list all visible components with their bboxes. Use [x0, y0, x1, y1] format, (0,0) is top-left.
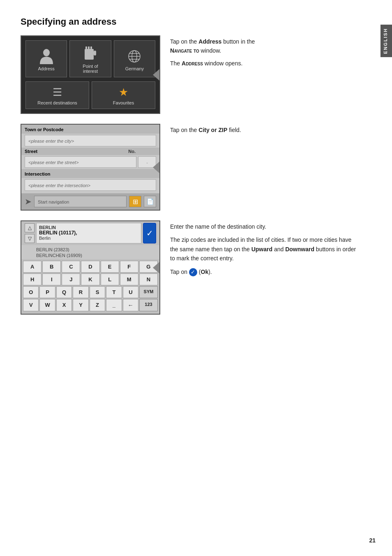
svg-rect-5 [90, 46, 92, 49]
key-Q[interactable]: Q [56, 286, 72, 298]
key-N[interactable]: N [139, 273, 158, 285]
intersection-label: Intersection [25, 171, 50, 176]
key-R[interactable]: R [73, 286, 88, 298]
key-Z[interactable]: Z [90, 299, 105, 311]
section2-description: Tap on the City or ZIP field. [170, 124, 357, 134]
section1-description: Tap on the Address button in the Navigat… [170, 35, 357, 68]
section2: Town or Postcode <please enter the city>… [21, 124, 357, 211]
town-input[interactable]: <please enter the city> [25, 135, 156, 146]
on-screen-keyboard: A B C D E F G H I J K L [21, 259, 159, 314]
key-X[interactable]: X [56, 299, 72, 311]
key-J[interactable]: J [62, 273, 80, 285]
city-selected-sub: Berlin [39, 236, 138, 241]
screenshot-navigate-to: Address [21, 35, 160, 114]
town-label-bg: Town or Postcode [21, 125, 159, 134]
map-icon-button[interactable]: ⊞ [129, 196, 141, 207]
city-down-button[interactable]: ▽ [25, 234, 35, 243]
key-V[interactable]: V [23, 299, 39, 311]
city-list-item-0[interactable]: BERLIN (23823) [36, 247, 156, 253]
section1-desc2-pre: The [170, 60, 182, 67]
keyboard-row-4: V W X Y Z _ ← 123 [23, 299, 158, 311]
key-W[interactable]: W [39, 299, 55, 311]
city-list-item-1[interactable]: BERLINCHEN (16909) [36, 253, 156, 258]
start-nav-button[interactable]: Start navigation [34, 196, 127, 207]
no-label: No. [128, 149, 136, 154]
section1-desc-nav-post: window. [199, 47, 221, 54]
svg-rect-3 [85, 46, 87, 49]
nav-item-poi-label: Point ofinterest [83, 64, 98, 74]
svg-rect-4 [88, 46, 90, 49]
section1-desc2-sc: Address [182, 60, 203, 67]
nav-item-favourites[interactable]: ★ Favourites [92, 81, 155, 109]
key-L[interactable]: L [101, 273, 119, 285]
nav-item-country[interactable]: Germany [114, 40, 155, 77]
start-nav-label: Start navigation [38, 199, 69, 204]
city-ok-button[interactable]: ✓ [143, 223, 156, 243]
svg-rect-2 [94, 51, 96, 56]
keyboard-row-1: A B C D E F G [23, 261, 158, 273]
key-E[interactable]: E [101, 261, 119, 273]
key-S[interactable]: S [90, 286, 105, 298]
keyboard-row-3: O P Q R S T U SYM [23, 286, 158, 298]
key-H[interactable]: H [23, 273, 42, 285]
nav-item-address[interactable]: Address [25, 40, 67, 77]
section3: △ ▽ BERLIN BERLIN (10117), Berlin ✓ BERL… [21, 220, 357, 315]
svg-point-0 [43, 49, 50, 56]
screenshot2-arrow [153, 162, 159, 173]
nav-item-favourites-label: Favourites [113, 100, 134, 105]
nav-item-recent-label: Recent destinations [37, 100, 77, 105]
screenshot-address-form: Town or Postcode <please enter the city>… [21, 124, 160, 211]
key-SYM[interactable]: SYM [139, 286, 158, 298]
city-selected-main: BERLIN (10117), [39, 230, 138, 236]
city-selected-display: BERLIN BERLIN (10117), Berlin [36, 223, 141, 243]
key-O[interactable]: O [23, 286, 39, 298]
section1-desc-bold: Address [198, 38, 221, 45]
city-up-button[interactable]: △ [25, 223, 35, 232]
city-list: BERLIN (23823) BERLINCHEN (16909) [21, 245, 159, 259]
key-C[interactable]: C [62, 261, 80, 273]
key-A[interactable]: A [23, 261, 42, 273]
key-M[interactable]: M [120, 273, 138, 285]
key-I[interactable]: I [42, 273, 61, 285]
section3-desc-p1: Enter the name of the destination city. [170, 222, 357, 231]
key-Y[interactable]: Y [73, 299, 88, 311]
street-placeholder: <please enter the street> [28, 160, 78, 165]
street-label-row: Street No. [21, 148, 159, 155]
city-header-text: BERLIN [39, 225, 138, 230]
key-backspace[interactable]: ← [123, 299, 138, 311]
screenshot3-arrow [153, 262, 159, 273]
section1: Address [21, 35, 357, 114]
intersection-label-bg: Intersection [21, 169, 159, 178]
city-nav-buttons: △ ▽ [25, 223, 35, 243]
section3-description: Enter the name of the destination city. … [170, 220, 357, 276]
city-selector: △ ▽ BERLIN BERLIN (10117), Berlin ✓ [21, 221, 159, 245]
nav-item-country-label: Germany [125, 66, 144, 71]
key-B[interactable]: B [42, 261, 61, 273]
svg-rect-1 [85, 49, 94, 60]
key-underscore[interactable]: _ [106, 299, 122, 311]
page-icon-button[interactable]: 📄 [144, 196, 156, 207]
favourites-icon: ★ [119, 86, 128, 99]
intersection-input[interactable]: <please enter the intersection> [25, 179, 156, 191]
no-placeholder: - [146, 160, 148, 165]
section2-desc-bold: City or ZIP [198, 127, 227, 133]
nav-arrow-icon[interactable]: ➤ [25, 197, 32, 206]
key-123[interactable]: 123 [139, 299, 158, 311]
street-label: Street [25, 149, 37, 154]
globe-icon [126, 48, 143, 65]
ok-icon: ✓ [189, 268, 197, 276]
nav-item-recent[interactable]: ☰ Recent destinations [25, 81, 89, 109]
key-P[interactable]: P [39, 286, 55, 298]
key-D[interactable]: D [81, 261, 99, 273]
town-placeholder: <please enter the city> [28, 139, 74, 144]
section2-desc-post: field. [227, 127, 241, 133]
key-T[interactable]: T [106, 286, 122, 298]
section1-desc-post: button in the [221, 38, 255, 45]
street-input[interactable]: <please enter the street> [25, 156, 136, 168]
nav-item-poi[interactable]: Point ofinterest [69, 40, 111, 77]
key-F[interactable]: F [120, 261, 138, 273]
key-K[interactable]: K [81, 273, 99, 285]
section3-desc-p3: Tap on ✓ (Ok). [170, 267, 357, 276]
nav-grid-bottom: ☰ Recent destinations ★ Favourites [25, 81, 155, 109]
key-U[interactable]: U [123, 286, 138, 298]
